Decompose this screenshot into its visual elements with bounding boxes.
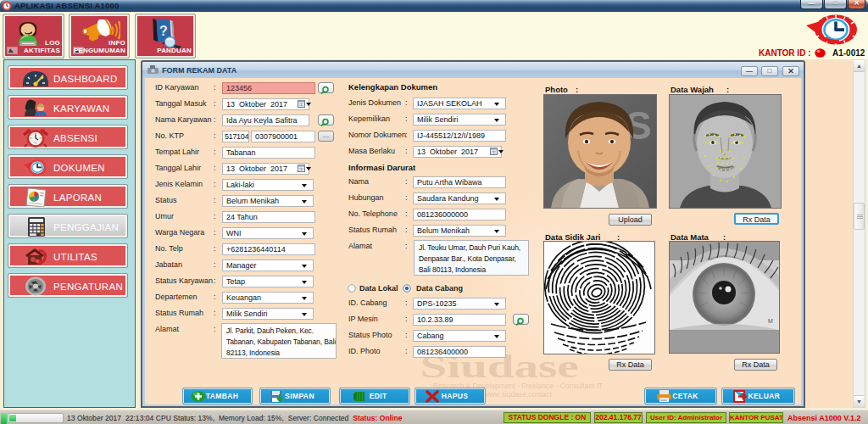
svg-text:?: ?: [159, 24, 168, 38]
svg-text:M: M: [768, 318, 773, 324]
